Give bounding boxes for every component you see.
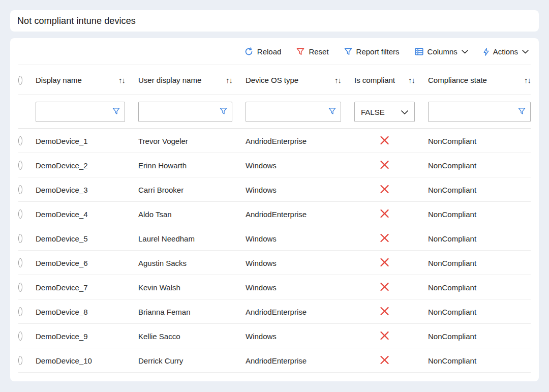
actions-button[interactable]: Actions xyxy=(483,47,529,56)
is-compliant-filter-select[interactable]: FALSE xyxy=(354,102,415,122)
table-row[interactable]: DemoDevice_3 Carri Brooker Windows NonCo… xyxy=(10,177,539,202)
row-radio[interactable] xyxy=(18,136,22,145)
device-os-type-filter-input[interactable] xyxy=(246,102,341,122)
user-display-name-filter-input[interactable] xyxy=(138,102,232,122)
table-row[interactable]: DemoDevice_7 Kevin Walsh Windows NonComp… xyxy=(10,275,539,299)
cell-compliance-state: NonCompliant xyxy=(428,259,531,267)
cell-user-display-name: Aldo Tsan xyxy=(138,210,246,219)
column-label: Display name xyxy=(36,76,82,84)
cell-compliance-state: NonCompliant xyxy=(428,332,531,341)
not-compliant-x-icon xyxy=(379,330,390,342)
sort-icon[interactable]: ↑↓ xyxy=(524,76,531,84)
row-select-cell xyxy=(18,136,36,145)
page-title: Not compliant intune devices xyxy=(17,16,136,26)
not-compliant-x-icon xyxy=(379,282,390,293)
cell-display-name: DemoDevice_1 xyxy=(36,137,138,145)
cell-is-compliant xyxy=(354,257,428,269)
sort-icon[interactable]: ↑↓ xyxy=(334,76,341,84)
reset-button[interactable]: Reset xyxy=(296,47,328,56)
cell-display-name: DemoDevice_6 xyxy=(36,259,138,267)
columns-label: Columns xyxy=(428,47,458,56)
sort-icon[interactable]: ↑↓ xyxy=(408,76,415,84)
cell-compliance-state: NonCompliant xyxy=(428,234,531,243)
table-row[interactable]: DemoDevice_10 Derrick Curry AndriodEnter… xyxy=(10,348,539,373)
selected-value: FALSE xyxy=(361,108,385,116)
row-select-cell xyxy=(18,258,36,267)
cell-user-display-name: Trevor Vogeler xyxy=(138,137,246,145)
report-filters-button[interactable]: Report filters xyxy=(344,47,400,56)
not-compliant-x-icon xyxy=(379,257,390,269)
cell-user-display-name: Carri Brooker xyxy=(138,186,246,194)
select-all-radio[interactable] xyxy=(18,76,22,85)
cell-device-os-type: AndriodEnterprise xyxy=(246,137,354,145)
row-radio[interactable] xyxy=(18,258,22,267)
row-radio[interactable] xyxy=(18,356,22,365)
row-radio[interactable] xyxy=(18,331,22,341)
compliance-state-filter-input[interactable] xyxy=(428,102,531,122)
column-label: Is compliant xyxy=(354,76,395,84)
cell-device-os-type: AndriodEnterprise xyxy=(246,210,354,219)
column-label: Compliance state xyxy=(428,76,487,84)
row-radio[interactable] xyxy=(18,234,22,243)
columns-table-icon xyxy=(415,48,423,55)
filter-cell-is-compliant: FALSE xyxy=(354,102,428,122)
column-label: Device OS type xyxy=(246,76,298,84)
table-row[interactable]: DemoDevice_1 Trevor Vogeler AndriodEnter… xyxy=(10,129,539,153)
column-header-user-display-name[interactable]: User display name ↑↓ xyxy=(138,76,246,84)
table-row[interactable]: DemoDevice_6 Agustin Sacks Windows NonCo… xyxy=(10,251,539,275)
cell-display-name: DemoDevice_2 xyxy=(36,161,138,170)
cell-compliance-state: NonCompliant xyxy=(428,283,531,292)
row-radio[interactable] xyxy=(18,307,22,316)
cell-compliance-state: NonCompliant xyxy=(428,356,531,365)
table-row[interactable]: DemoDevice_4 Aldo Tsan AndriodEnterprise… xyxy=(10,202,539,226)
filter-cell-compliance-state xyxy=(428,102,531,122)
column-header-is-compliant[interactable]: Is compliant ↑↓ xyxy=(354,76,428,84)
cell-user-display-name: Kellie Sacco xyxy=(138,332,246,341)
cell-device-os-type: Windows xyxy=(246,186,354,194)
row-radio[interactable] xyxy=(18,161,22,170)
reload-button[interactable]: Reload xyxy=(245,47,282,56)
not-compliant-x-icon xyxy=(379,160,390,171)
row-select-cell xyxy=(18,331,36,341)
table-row[interactable]: DemoDevice_8 Brianna Feman AndriodEnterp… xyxy=(10,299,539,324)
row-radio[interactable] xyxy=(18,185,22,194)
cell-user-display-name: Laurel Needham xyxy=(138,234,246,243)
cell-is-compliant xyxy=(354,208,428,220)
row-select-cell xyxy=(18,356,36,365)
cell-device-os-type: Windows xyxy=(246,161,354,170)
cell-display-name: DemoDevice_3 xyxy=(36,186,138,194)
cell-device-os-type: Windows xyxy=(246,332,354,341)
cell-device-os-type: AndriodEnterprise xyxy=(246,356,354,365)
cell-is-compliant xyxy=(354,355,428,367)
column-header-display-name[interactable]: Display name ↑↓ xyxy=(36,76,138,84)
column-header-device-os-type[interactable]: Device OS type ↑↓ xyxy=(246,76,354,84)
lightning-bolt-icon xyxy=(483,48,489,56)
cell-compliance-state: NonCompliant xyxy=(428,161,531,170)
cell-user-display-name: Kevin Walsh xyxy=(138,283,246,292)
cell-display-name: DemoDevice_10 xyxy=(36,356,138,365)
columns-button[interactable]: Columns xyxy=(415,47,468,56)
cell-is-compliant xyxy=(354,184,428,196)
column-label: User display name xyxy=(138,76,201,84)
table-header-row: Display name ↑↓ User display name ↑↓ Dev… xyxy=(10,65,539,95)
cell-is-compliant xyxy=(354,306,428,318)
cell-is-compliant xyxy=(354,135,428,147)
sort-icon[interactable]: ↑↓ xyxy=(226,76,232,84)
sort-icon[interactable]: ↑↓ xyxy=(118,76,125,84)
row-radio[interactable] xyxy=(18,283,22,292)
filter-row: FALSE xyxy=(10,95,539,129)
display-name-filter-input[interactable] xyxy=(36,102,125,122)
cell-user-display-name: Agustin Sacks xyxy=(138,259,246,267)
row-select-cell xyxy=(18,283,36,292)
table-row[interactable]: DemoDevice_5 Laurel Needham Windows NonC… xyxy=(10,226,539,251)
table-row[interactable]: DemoDevice_9 Kellie Sacco Windows NonCom… xyxy=(10,324,539,348)
select-all-cell xyxy=(18,76,36,85)
devices-table-card: Reload Reset Report filters xyxy=(10,38,539,381)
table-body: DemoDevice_1 Trevor Vogeler AndriodEnter… xyxy=(10,129,539,373)
cell-is-compliant xyxy=(354,330,428,342)
row-radio[interactable] xyxy=(18,209,22,219)
cell-device-os-type: Windows xyxy=(246,234,354,243)
table-row[interactable]: DemoDevice_2 Erinn Howarth Windows NonCo… xyxy=(10,153,539,177)
not-compliant-x-icon xyxy=(379,208,390,220)
column-header-compliance-state[interactable]: Compliance state ↑↓ xyxy=(428,76,531,84)
